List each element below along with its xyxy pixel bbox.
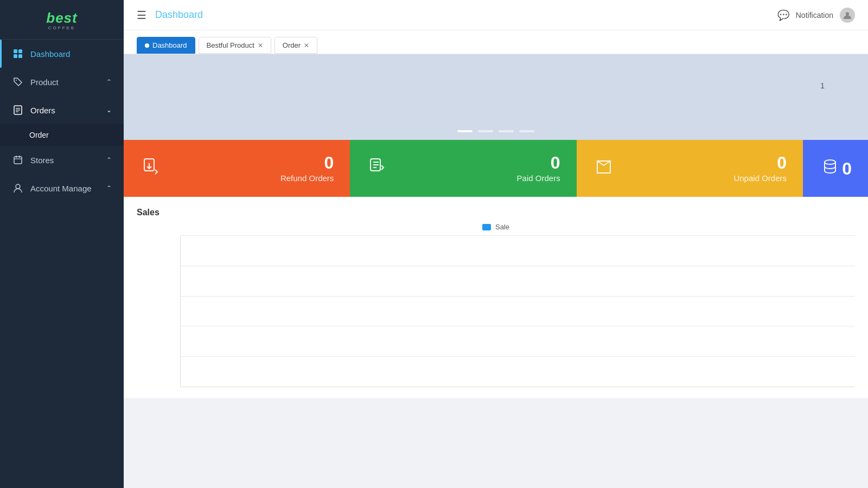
logo-area: best COFFEE bbox=[0, 0, 124, 40]
unpaid-icon bbox=[593, 156, 615, 182]
gridline-1 bbox=[181, 235, 855, 236]
sales-section: Sales Sale 1 0.8 0.6 0.4 0.2 0 bbox=[124, 197, 868, 398]
gridline-02 bbox=[181, 356, 855, 357]
gridline-08 bbox=[181, 266, 855, 266]
content-area: 1 0 bbox=[124, 54, 868, 488]
orders-arrow-icon: ⌄ bbox=[106, 106, 112, 114]
avatar[interactable] bbox=[840, 8, 855, 23]
banner-dot-3[interactable] bbox=[499, 130, 514, 132]
gridline-04 bbox=[181, 326, 855, 326]
svg-point-13 bbox=[16, 184, 20, 189]
tab-bestful-product-label: Bestful Product bbox=[207, 41, 254, 49]
other-value: 0 bbox=[842, 160, 852, 177]
sidebar-item-dashboard[interactable]: Dashboard bbox=[0, 40, 124, 68]
gridline-06 bbox=[181, 296, 855, 297]
stat-card-other[interactable]: 0 bbox=[803, 140, 868, 197]
receipt-icon bbox=[12, 104, 24, 116]
notification-label: Notification bbox=[796, 11, 833, 20]
banner-dot-1[interactable] bbox=[457, 130, 473, 132]
refund-value: 0 bbox=[280, 154, 334, 171]
unpaid-label: Unpaid Orders bbox=[733, 174, 787, 183]
grid-icon bbox=[12, 48, 24, 60]
sidebar-subitem-order-label: Order bbox=[29, 131, 49, 139]
sidebar: best COFFEE Dashboard Product ⌃ bbox=[0, 0, 124, 488]
stores-arrow-icon: ⌃ bbox=[106, 156, 112, 164]
banner-value: 1 bbox=[820, 81, 825, 90]
person-icon bbox=[12, 182, 24, 194]
tabs-bar: Dashboard Bestful Product ✕ Order ✕ bbox=[124, 30, 868, 54]
sales-title: Sales bbox=[137, 208, 855, 217]
header-left: ☰ Dashboard bbox=[137, 9, 203, 22]
tab-close-order-icon[interactable]: ✕ bbox=[304, 42, 309, 49]
main-area: ☰ Dashboard 💬 Notification Dashboard Bes… bbox=[124, 0, 868, 488]
tag-icon bbox=[12, 76, 24, 88]
svg-point-18 bbox=[825, 160, 835, 164]
chart-area bbox=[180, 235, 855, 387]
sidebar-subitem-order[interactable]: Order bbox=[0, 124, 124, 146]
chart-legend: Sale bbox=[137, 223, 855, 231]
other-content: 0 bbox=[842, 160, 852, 177]
logo-text: best bbox=[46, 10, 77, 27]
sidebar-item-orders-label: Orders bbox=[30, 106, 55, 115]
stat-card-paid[interactable]: 0 Paid Orders bbox=[350, 140, 576, 197]
tab-order[interactable]: Order ✕ bbox=[275, 37, 317, 54]
account-arrow-icon: ⌃ bbox=[106, 184, 112, 192]
banner-dot-2[interactable] bbox=[478, 130, 493, 132]
tab-dashboard-label: Dashboard bbox=[152, 41, 187, 49]
tab-active-dot bbox=[145, 43, 149, 48]
paid-value: 0 bbox=[517, 154, 560, 171]
tab-close-bestful-icon[interactable]: ✕ bbox=[258, 42, 263, 49]
database-icon bbox=[819, 156, 841, 182]
svg-point-14 bbox=[846, 12, 849, 15]
legend-label: Sale bbox=[495, 223, 509, 231]
sidebar-item-stores[interactable]: Stores ⌃ bbox=[0, 146, 124, 174]
svg-point-4 bbox=[16, 80, 17, 81]
product-arrow-icon: ⌃ bbox=[106, 78, 112, 86]
stat-card-refund[interactable]: 0 Refund Orders bbox=[124, 140, 350, 197]
svg-rect-0 bbox=[14, 49, 17, 53]
paid-content: 0 Paid Orders bbox=[517, 154, 560, 183]
svg-rect-9 bbox=[14, 157, 22, 164]
sidebar-item-account-label: Account Manage bbox=[30, 184, 92, 193]
sidebar-item-orders[interactable]: Orders ⌄ bbox=[0, 96, 124, 124]
banner-slider: 1 bbox=[124, 54, 868, 140]
sidebar-item-account-manage[interactable]: Account Manage ⌃ bbox=[0, 174, 124, 202]
svg-rect-2 bbox=[14, 54, 17, 58]
svg-rect-1 bbox=[18, 49, 22, 53]
banner-dots bbox=[457, 130, 534, 132]
sidebar-item-product[interactable]: Product ⌃ bbox=[0, 68, 124, 96]
unpaid-content: 0 Unpaid Orders bbox=[733, 154, 787, 183]
chart-svg bbox=[181, 235, 855, 387]
hamburger-icon[interactable]: ☰ bbox=[137, 9, 146, 22]
stat-cards: 0 Refund Orders 0 Paid Orders bbox=[124, 140, 868, 197]
header-right[interactable]: 💬 Notification bbox=[777, 8, 855, 23]
paid-label: Paid Orders bbox=[517, 174, 560, 183]
tab-bestful-product[interactable]: Bestful Product ✕ bbox=[199, 37, 271, 54]
stat-card-unpaid[interactable]: 0 Unpaid Orders bbox=[577, 140, 803, 197]
refund-content: 0 Refund Orders bbox=[280, 154, 334, 183]
tab-order-label: Order bbox=[283, 41, 301, 49]
svg-rect-3 bbox=[18, 54, 22, 58]
logo-sub: COFFEE bbox=[46, 25, 77, 30]
sidebar-item-product-label: Product bbox=[30, 78, 59, 87]
sidebar-item-dashboard-label: Dashboard bbox=[30, 49, 70, 59]
header: ☰ Dashboard 💬 Notification bbox=[124, 0, 868, 30]
legend-dot bbox=[482, 224, 491, 230]
paid-icon bbox=[366, 156, 388, 182]
chart-container: 1 0.8 0.6 0.4 0.2 0 bbox=[137, 235, 855, 387]
unpaid-value: 0 bbox=[733, 154, 787, 171]
refund-label: Refund Orders bbox=[280, 174, 334, 183]
refund-icon bbox=[140, 156, 162, 182]
tab-dashboard[interactable]: Dashboard bbox=[137, 37, 195, 54]
calendar-icon bbox=[12, 154, 24, 166]
sidebar-item-stores-label: Stores bbox=[30, 156, 54, 165]
banner-dot-4[interactable] bbox=[519, 130, 534, 132]
page-title: Dashboard bbox=[155, 9, 203, 21]
notification-icon: 💬 bbox=[777, 9, 789, 21]
